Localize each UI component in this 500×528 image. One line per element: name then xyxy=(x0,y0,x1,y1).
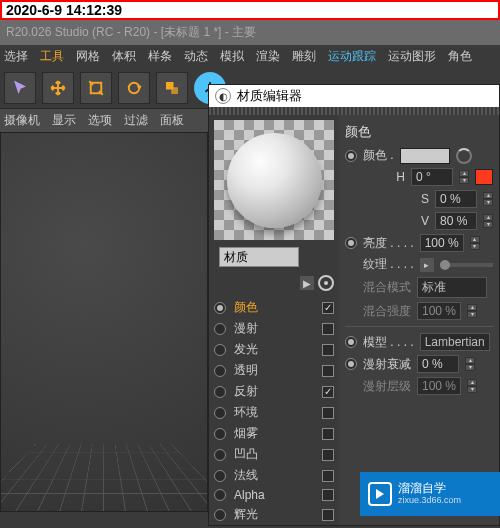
view-panel[interactable]: 面板 xyxy=(160,112,184,129)
view-disp[interactable]: 显示 xyxy=(52,112,76,129)
channel-checkbox[interactable] xyxy=(322,509,334,521)
blend-mode-select[interactable]: 标准 xyxy=(417,277,487,298)
channel-checkbox[interactable] xyxy=(322,407,334,419)
channel-row[interactable]: 凹凸 xyxy=(214,444,334,465)
brightness-field[interactable]: 100 % xyxy=(420,234,464,252)
grid-floor-icon xyxy=(1,443,207,511)
v-field[interactable]: 80 % xyxy=(435,212,477,230)
menu-select[interactable]: 选择 xyxy=(4,48,28,65)
channel-checkbox[interactable] xyxy=(322,344,334,356)
diff-level-field[interactable]: 100 % xyxy=(417,377,461,395)
menu-sculpt[interactable]: 雕刻 xyxy=(292,48,316,65)
channel-checkbox[interactable] xyxy=(322,323,334,335)
model-radio[interactable] xyxy=(345,336,357,348)
triangle-right-icon[interactable]: ▶ xyxy=(300,276,314,290)
channel-row[interactable]: 辉光 xyxy=(214,504,334,525)
channel-checkbox[interactable]: ✓ xyxy=(322,302,334,314)
loading-icon xyxy=(456,148,472,164)
menu-sim[interactable]: 模拟 xyxy=(220,48,244,65)
channel-checkbox[interactable] xyxy=(322,470,334,482)
channel-checkbox[interactable]: ✓ xyxy=(322,386,334,398)
brightness-radio[interactable] xyxy=(345,237,357,249)
h-field[interactable]: 0 ° xyxy=(411,168,453,186)
channel-radio[interactable] xyxy=(214,428,226,440)
channel-radio[interactable] xyxy=(214,470,226,482)
material-preview[interactable] xyxy=(214,120,334,240)
channel-radio[interactable] xyxy=(214,449,226,461)
diff-level-spinner[interactable]: ▴▾ xyxy=(467,379,477,393)
channel-row[interactable]: 反射✓ xyxy=(214,381,334,402)
rotate-tool-icon[interactable] xyxy=(118,72,150,104)
menu-char[interactable]: 角色 xyxy=(448,48,472,65)
menu-render[interactable]: 渲染 xyxy=(256,48,280,65)
diff-falloff-field[interactable]: 0 % xyxy=(417,355,459,373)
diff-falloff-radio[interactable] xyxy=(345,358,357,370)
texture-slider[interactable] xyxy=(440,263,493,267)
h-label: H xyxy=(396,170,405,184)
watermark-url: zixue.3d66.com xyxy=(398,496,461,506)
channel-label: 法线 xyxy=(234,467,258,484)
channel-label: 漫射 xyxy=(234,320,258,337)
color-swatch[interactable] xyxy=(400,148,450,164)
channel-checkbox[interactable] xyxy=(322,449,334,461)
h-spinner[interactable]: ▴▾ xyxy=(459,170,469,184)
channel-row[interactable]: 透明 xyxy=(214,360,334,381)
view-opt[interactable]: 选项 xyxy=(88,112,112,129)
channel-row[interactable]: 烟雾 xyxy=(214,423,334,444)
channel-row[interactable]: 漫射 xyxy=(214,318,334,339)
preview-sphere-icon xyxy=(227,133,322,228)
channel-list: 颜色✓漫射发光透明反射✓环境烟雾凹凸法线Alpha辉光 xyxy=(209,297,339,525)
menu-mesh[interactable]: 网格 xyxy=(76,48,100,65)
scale-tool-icon[interactable] xyxy=(80,72,112,104)
color-radio[interactable] xyxy=(345,150,357,162)
channel-radio[interactable] xyxy=(214,344,226,356)
cursor-tool-icon[interactable] xyxy=(4,72,36,104)
last-tool-icon[interactable] xyxy=(156,72,188,104)
blend-strength-spinner[interactable]: ▴▾ xyxy=(467,304,477,318)
channel-radio[interactable] xyxy=(214,323,226,335)
s-field[interactable]: 0 % xyxy=(435,190,477,208)
channel-row[interactable]: 法线 xyxy=(214,465,334,486)
material-editor-title: 材质编辑器 xyxy=(237,87,302,105)
channel-label: 反射 xyxy=(234,383,258,400)
view-cam[interactable]: 摄像机 xyxy=(4,112,40,129)
channel-row[interactable]: 发光 xyxy=(214,339,334,360)
move-tool-icon[interactable] xyxy=(42,72,74,104)
grab-handle-icon[interactable] xyxy=(209,107,499,115)
channel-checkbox[interactable] xyxy=(322,365,334,377)
channel-radio[interactable] xyxy=(214,509,226,521)
menu-motrack[interactable]: 运动跟踪 xyxy=(328,48,376,65)
channel-checkbox[interactable] xyxy=(322,428,334,440)
menu-spline[interactable]: 样条 xyxy=(148,48,172,65)
model-select[interactable]: Lambertian xyxy=(420,333,490,351)
color-label: 颜色 . xyxy=(363,147,394,164)
channel-row[interactable]: 颜色✓ xyxy=(214,297,334,318)
channel-radio[interactable] xyxy=(214,386,226,398)
hue-swatch[interactable] xyxy=(475,169,493,185)
material-editor-titlebar[interactable]: ◐ 材质编辑器 xyxy=(209,85,499,107)
channel-label: 颜色 xyxy=(234,299,258,316)
menu-tools[interactable]: 工具 xyxy=(40,48,64,65)
diff-falloff-spinner[interactable]: ▴▾ xyxy=(465,357,475,371)
channel-radio[interactable] xyxy=(214,302,226,314)
menu-mograph[interactable]: 运动图形 xyxy=(388,48,436,65)
view-filter[interactable]: 过滤 xyxy=(124,112,148,129)
menu-volume[interactable]: 体积 xyxy=(112,48,136,65)
channel-radio[interactable] xyxy=(214,407,226,419)
s-spinner[interactable]: ▴▾ xyxy=(483,192,493,206)
channel-radio[interactable] xyxy=(214,365,226,377)
channel-radio[interactable] xyxy=(214,489,226,501)
brightness-spinner[interactable]: ▴▾ xyxy=(470,236,480,250)
menu-motion[interactable]: 动态 xyxy=(184,48,208,65)
texture-picker-icon[interactable]: ▸ xyxy=(420,258,434,272)
material-editor-window: ◐ 材质编辑器 ▶ 颜色✓漫射发光透明反射✓环境烟雾凹凸法线Alpha辉光 颜色… xyxy=(208,84,500,526)
channel-row[interactable]: 环境 xyxy=(214,402,334,423)
svg-rect-3 xyxy=(171,87,178,94)
material-name-input[interactable] xyxy=(219,247,299,267)
viewport-3d[interactable] xyxy=(0,132,208,512)
blend-strength-field[interactable]: 100 % xyxy=(417,302,461,320)
channel-row[interactable]: Alpha xyxy=(214,486,334,504)
target-icon[interactable] xyxy=(318,275,334,291)
v-spinner[interactable]: ▴▾ xyxy=(483,214,493,228)
channel-checkbox[interactable] xyxy=(322,489,334,501)
